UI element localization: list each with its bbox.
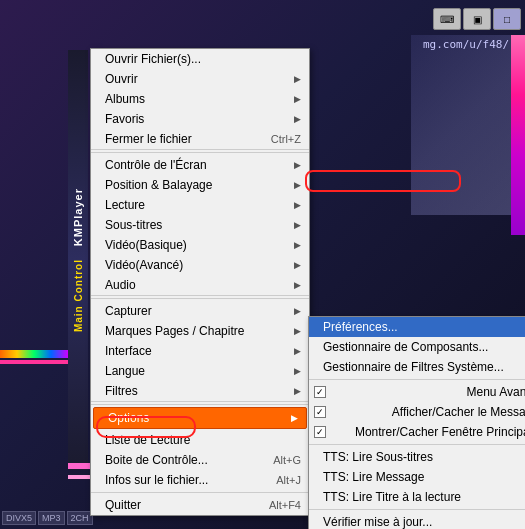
submenu-tts-titre[interactable]: TTS: Lire Titre à la lecture [309,487,525,507]
kmplayer-label: KMPlayer [72,188,84,246]
submenu-separator-3 [309,509,525,510]
background-content [411,35,511,215]
menu-controle-ecran[interactable]: Contrôle de l'Écran [91,155,309,175]
checkbox-1 [314,386,326,398]
separator-2 [91,298,309,299]
menu-position-balayage[interactable]: Position & Balayage [91,175,309,195]
submenu-gestionnaire-filtres[interactable]: Gestionnaire de Filtres Système... [309,357,525,377]
url-bar: mg.com/u/f48/ [423,38,509,51]
submenu-separator-1 [309,379,525,380]
menu-ouvrir[interactable]: Ouvrir [91,69,309,89]
divx-label: DIVX5 [2,511,36,525]
submenu-afficher-cacher[interactable]: Afficher/Cacher le Message [309,402,525,422]
right-color-strip [511,35,525,235]
menu-infos-fichier[interactable]: Infos sur le fichier... Alt+J [91,470,309,490]
menu-marques-pages[interactable]: Marques Pages / Chapitre [91,321,309,341]
menu-langue[interactable]: Langue [91,361,309,381]
check-icon-2 [313,406,327,418]
separator-1 [91,152,309,153]
menu-capturer[interactable]: Capturer [91,301,309,321]
menu-fermer-fichier[interactable]: Fermer le fichier Ctrl+Z [91,129,309,150]
submenu-montrer-cacher[interactable]: Montrer/Cacher Fenêtre Principale [309,422,525,442]
menu-boite-controle[interactable]: Boite de Contrôle... Alt+G [91,450,309,470]
menu-ouvrir-fichiers[interactable]: Ouvrir Fichier(s)... [91,49,309,69]
mp3-label: MP3 [38,511,65,525]
menu-sous-titres[interactable]: Sous-titres [91,215,309,235]
separator-4 [91,492,309,493]
submenu-separator-2 [309,444,525,445]
check-icon-1 [313,386,327,398]
left-sidebar: KMPlayer Main Control [68,50,88,470]
menu-video-avance[interactable]: Vidéo(Avancé) [91,255,309,275]
menu-liste-lecture[interactable]: Liste de Lecture [91,430,309,450]
2ch-label: 2CH [67,511,93,525]
menu-albums[interactable]: Albums [91,89,309,109]
submenu-gestionnaire-composants[interactable]: Gestionnaire de Composants... [309,337,525,357]
submenu-tts-sous-titres[interactable]: TTS: Lire Sous-titres [309,447,525,467]
checkbox-2 [314,406,326,418]
menu-filtres[interactable]: Filtres [91,381,309,402]
color-bar-2 [0,360,68,364]
separator-3 [91,404,309,405]
checkbox-3 [314,426,326,438]
image-icon[interactable]: ▣ [463,8,491,30]
main-context-menu: Ouvrir Fichier(s)... Ouvrir Albums Favor… [90,48,310,516]
menu-options[interactable]: Options [93,407,307,429]
submenu-verifier-maj[interactable]: Vérifier mise à jour... [309,512,525,529]
top-icons-bar: ⌨ ▣ □ [433,8,521,30]
submenu-preferences[interactable]: Préférences... F2 [309,317,525,337]
check-icon-3 [313,426,327,438]
color-bar-1 [0,350,68,358]
menu-lecture[interactable]: Lecture [91,195,309,215]
keyboard-icon[interactable]: ⌨ [433,8,461,30]
submenu-tts-message[interactable]: TTS: Lire Message [309,467,525,487]
bottom-labels: DIVX5 MP3 2CH [2,511,93,525]
menu-audio[interactable]: Audio [91,275,309,296]
menu-favoris[interactable]: Favoris [91,109,309,129]
menu-video-basique[interactable]: Vidéo(Basique) [91,235,309,255]
options-submenu: Préférences... F2 Gestionnaire de Compos… [308,316,525,529]
menu-quitter[interactable]: Quitter Alt+F4 [91,495,309,515]
submenu-menu-avance[interactable]: Menu Avancé [309,382,525,402]
main-control-label: Main Control [73,259,84,332]
menu-interface[interactable]: Interface [91,341,309,361]
window-icon[interactable]: □ [493,8,521,30]
